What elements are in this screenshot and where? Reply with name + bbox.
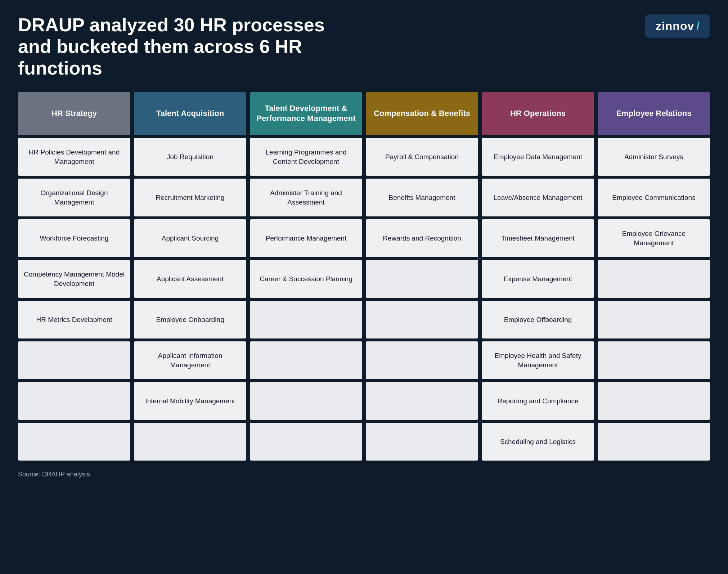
cell-comp-benefits-0: Payroll & Compensation: [366, 138, 478, 176]
cell-talent-dev-0: Learning Programmes and Content Developm…: [250, 138, 362, 176]
cell-talent-acquisition-3: Applicant Assessment: [134, 260, 246, 298]
cell-empty-hr-strategy-7: [18, 423, 130, 461]
column-comp-benefits: Compensation & BenefitsPayroll & Compens…: [366, 92, 478, 461]
cell-hr-ops-1: Leave/Absence Management: [482, 179, 594, 216]
cell-empty-comp-benefits-5: [366, 341, 478, 379]
cell-talent-acquisition-4: Employee Onboarding: [134, 301, 246, 338]
cell-hr-ops-0: Employee Data Management: [482, 138, 594, 176]
cell-hr-ops-5: Employee Health and Safety Management: [482, 341, 594, 379]
col-header-comp-benefits: Compensation & Benefits: [366, 92, 478, 135]
cell-empty-talent-dev-5: [250, 341, 362, 379]
cell-hr-strategy-0: HR Policies Development and Management: [18, 138, 130, 176]
cell-empty-employee-relations-4: [598, 301, 710, 338]
cell-hr-strategy-1: Organizational Design Management: [18, 179, 130, 216]
column-talent-dev: Talent Development & Performance Managem…: [250, 92, 362, 461]
column-talent-acquisition: Talent AcquisitionJob RequisitionRecruit…: [134, 92, 246, 461]
cell-employee-relations-0: Administer Surveys: [598, 138, 710, 176]
cell-empty-talent-dev-6: [250, 382, 362, 420]
cell-hr-ops-7: Scheduling and Logistics: [482, 423, 594, 461]
cell-employee-relations-1: Employee Communications: [598, 179, 710, 216]
logo: zinnov /: [645, 14, 710, 38]
col-header-hr-strategy: HR Strategy: [18, 92, 130, 135]
cell-empty-comp-benefits-6: [366, 382, 478, 420]
cell-empty-employee-relations-3: [598, 260, 710, 298]
hr-functions-table: HR StrategyHR Policies Development and M…: [18, 92, 710, 461]
cell-empty-hr-strategy-6: [18, 382, 130, 420]
cell-hr-strategy-4: HR Metrics Development: [18, 301, 130, 338]
cell-empty-talent-dev-4: [250, 301, 362, 338]
cell-hr-strategy-2: Workforce Forecasting: [18, 219, 130, 257]
cell-talent-dev-2: Performance Management: [250, 219, 362, 257]
cell-empty-talent-acquisition-7: [134, 423, 246, 461]
column-employee-relations: Employee RelationsAdminister SurveysEmpl…: [598, 92, 710, 461]
col-header-talent-dev: Talent Development & Performance Managem…: [250, 92, 362, 135]
page-header: DRAUP analyzed 30 HR processes and bucke…: [18, 14, 710, 79]
cell-talent-dev-3: Career & Succession Planning: [250, 260, 362, 298]
cell-empty-talent-dev-7: [250, 423, 362, 461]
cell-talent-acquisition-2: Applicant Sourcing: [134, 219, 246, 257]
cell-hr-strategy-3: Competency Management Model Development: [18, 260, 130, 298]
footer: Source: DRAUP analysis: [18, 471, 710, 478]
cell-talent-dev-1: Administer Training and Assessment: [250, 179, 362, 216]
cell-talent-acquisition-0: Job Requisition: [134, 138, 246, 176]
cell-empty-comp-benefits-4: [366, 301, 478, 338]
page-title: DRAUP analyzed 30 HR processes and bucke…: [18, 14, 342, 79]
column-hr-strategy: HR StrategyHR Policies Development and M…: [18, 92, 130, 461]
cell-talent-acquisition-1: Recruitment Marketing: [134, 179, 246, 216]
cell-comp-benefits-2: Rewards and Recognition: [366, 219, 478, 257]
column-hr-ops: HR OperationsEmployee Data ManagementLea…: [482, 92, 594, 461]
cell-employee-relations-2: Employee Grievance Management: [598, 219, 710, 257]
cell-hr-ops-6: Reporting and Compliance: [482, 382, 594, 420]
cell-empty-comp-benefits-3: [366, 260, 478, 298]
col-header-talent-acquisition: Talent Acquisition: [134, 92, 246, 135]
cell-empty-hr-strategy-5: [18, 341, 130, 379]
logo-text: zinnov: [656, 19, 694, 33]
cell-hr-ops-2: Timesheet Management: [482, 219, 594, 257]
cell-comp-benefits-1: Benefits Management: [366, 179, 478, 216]
cell-talent-acquisition-6: Internal Mobility Management: [134, 382, 246, 420]
logo-slash: /: [696, 19, 700, 33]
cell-empty-comp-benefits-7: [366, 423, 478, 461]
col-header-hr-ops: HR Operations: [482, 92, 594, 135]
cell-talent-acquisition-5: Applicant Information Management: [134, 341, 246, 379]
cell-empty-employee-relations-5: [598, 341, 710, 379]
cell-hr-ops-4: Employee Offboarding: [482, 301, 594, 338]
cell-hr-ops-3: Expense Management: [482, 260, 594, 298]
cell-empty-employee-relations-7: [598, 423, 710, 461]
col-header-employee-relations: Employee Relations: [598, 92, 710, 135]
source-text: Source: DRAUP analysis: [18, 471, 90, 478]
cell-empty-employee-relations-6: [598, 382, 710, 420]
